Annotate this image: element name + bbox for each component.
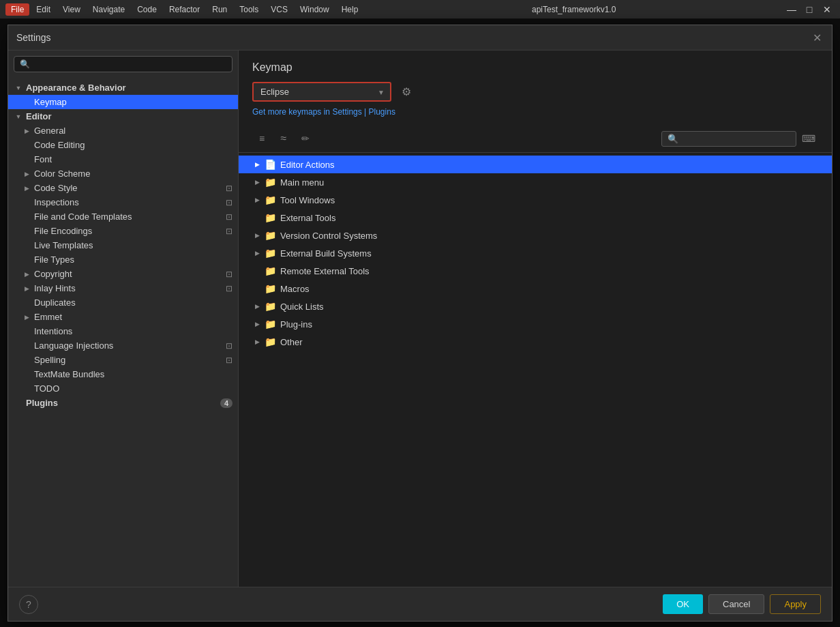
menu-refactor[interactable]: Refactor [164, 3, 205, 16]
menu-view[interactable]: View [57, 3, 86, 16]
close-button[interactable]: ✕ [820, 2, 835, 17]
titlebar: File Edit View Navigate Code Refactor Ru… [0, 0, 840, 19]
menu-vcs[interactable]: VCS [265, 3, 293, 16]
maximize-button[interactable]: □ [802, 2, 817, 17]
menu-bar: File Edit View Navigate Code Refactor Ru… [5, 3, 363, 16]
menu-edit[interactable]: Edit [31, 3, 56, 16]
menu-help[interactable]: Help [336, 3, 364, 16]
menu-run[interactable]: Run [207, 3, 232, 16]
menu-window[interactable]: Window [295, 3, 335, 16]
window-controls: — □ ✕ [784, 2, 835, 17]
menu-file[interactable]: File [5, 3, 29, 16]
app-title: apiTest_frameworkv1.0 [363, 5, 784, 14]
menu-navigate[interactable]: Navigate [87, 3, 130, 16]
minimize-button[interactable]: — [784, 2, 799, 17]
menu-tools[interactable]: Tools [234, 3, 264, 16]
menu-code[interactable]: Code [132, 3, 162, 16]
